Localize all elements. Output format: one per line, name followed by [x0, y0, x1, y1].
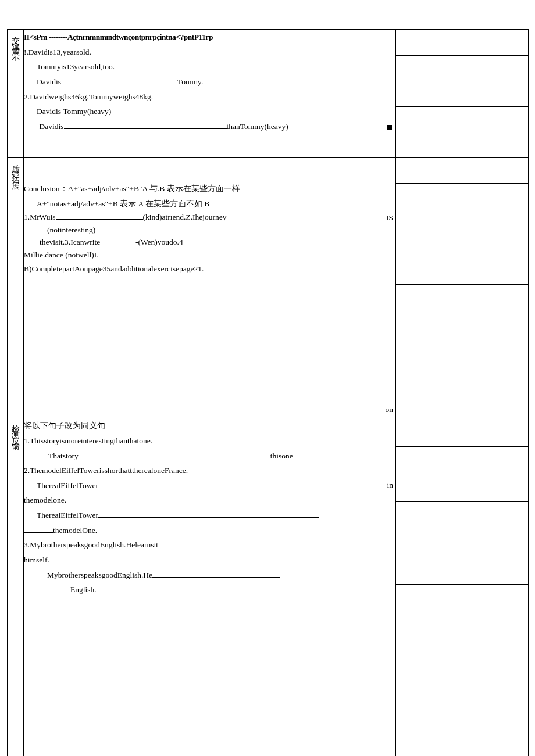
content-line: MybrotherspeaksgoodEnglish.He — [24, 568, 395, 583]
content-line: themodelone. — [24, 493, 395, 508]
section-row: 交流展示II<sPm --------Açtnrnmnmındtwnçontpn… — [8, 30, 529, 158]
side-cell — [396, 529, 528, 557]
content-line: 2.Davidweighs46kg.Tommyweighs48kg. — [24, 89, 395, 105]
content-line: Tommyis13yearsold,too. — [24, 59, 395, 74]
section-label: 交流展示 — [10, 30, 21, 53]
side-word: on — [386, 402, 394, 417]
section-label-cell: 质疑拓展 — [8, 158, 24, 418]
content-line: 2.ThemodelEiffelTowerisshorthatttherealo… — [24, 463, 395, 478]
side-cell — [396, 584, 528, 612]
side-cell — [396, 183, 528, 208]
side-cell — [396, 158, 528, 183]
content-line: !.Davidis13,yearsold. — [24, 45, 395, 60]
content-line: Conclusion：A+"as+adj/adv+as"+B"A 与.B 表示在… — [24, 181, 395, 196]
section-label-cell: 检测反馈 — [8, 418, 24, 756]
content-line: ——thevisit.3.Icanwrite -(Wen)youdo.4 — [24, 236, 395, 249]
side-cell — [396, 501, 528, 529]
content-line: 将以下句子改为同义句 — [24, 418, 395, 433]
content-line: Millie.dance (notwell)I. — [24, 249, 395, 261]
side-cell — [396, 81, 528, 106]
side-cell — [396, 234, 528, 259]
side-column — [396, 30, 529, 158]
section-label: 质疑拓展 — [10, 158, 21, 181]
side-word: IS — [386, 210, 393, 225]
section-label-cell: 交流展示 — [8, 30, 24, 158]
content-line: 1.Thisstoryismoreinterestingthanthatone. — [24, 433, 395, 449]
content-line: 3.MybrotherspeaksgoodEnglish.Helearnsit — [24, 538, 395, 553]
side-column — [396, 158, 529, 418]
side-cell — [396, 55, 528, 81]
section-content: ISonConclusion：A+"as+adj/adv+as"+B"A 与.B… — [24, 158, 396, 418]
content-line: himself. — [24, 553, 395, 568]
side-cell — [396, 446, 528, 474]
side-word: in — [387, 478, 393, 493]
content-line: -DavidisthanTommy(heavy) — [24, 119, 395, 134]
content-line: TherealEiffelTower — [24, 478, 395, 493]
section-label: 检测反馈 — [10, 418, 21, 442]
content-line: (notinteresting) — [24, 224, 395, 237]
content-line: Davidis Tommy(heavy) — [24, 104, 395, 119]
side-cell — [396, 106, 528, 132]
content-line: B)CompletepartAonpage35andadditionalexer… — [24, 261, 395, 277]
side-cell — [396, 209, 528, 234]
section-content: II<sPm --------Açtnrnmnmındtwnçontpnrpçi… — [24, 30, 396, 158]
content-line: English. — [24, 582, 395, 597]
content-line: DavidisTommy. — [24, 74, 395, 89]
content-line: 1.MrWuis(kind)atrıend.Z.Ihejourney — [24, 211, 395, 224]
content-line: Thatstorythisone — [24, 449, 395, 464]
side-cell — [396, 132, 528, 157]
section-row: 检测反馈inby将以下句子改为同义句1.Thisstoryismoreinter… — [8, 418, 529, 756]
section-content: inby将以下句子改为同义句1.Thisstoryismoreinteresti… — [24, 418, 396, 756]
side-cell — [396, 30, 528, 55]
side-cell — [396, 259, 528, 284]
side-column — [396, 418, 529, 756]
side-cell — [396, 284, 528, 309]
section-row: 质疑拓展ISonConclusion：A+"as+adj/adv+as"+B"A… — [8, 158, 529, 418]
worksheet-table: 交流展示II<sPm --------Açtnrnmnmındtwnçontpn… — [7, 29, 529, 756]
content-line: A+"notas+adj/adv+as"+B 表示 A 在某些方面不如 B — [24, 196, 395, 212]
side-cell — [396, 612, 528, 640]
side-cell — [396, 418, 528, 446]
page: 交流展示II<sPm --------Açtnrnmnmındtwnçontpn… — [0, 0, 535, 756]
side-cell — [396, 474, 528, 501]
content-line: II<sPm --------Açtnrnmnmındtwnçontpnrpçi… — [24, 30, 395, 45]
side-cell — [396, 557, 528, 585]
content-line: TherealEiffelTower — [24, 508, 395, 523]
content-line: themodelOne. — [24, 523, 395, 538]
